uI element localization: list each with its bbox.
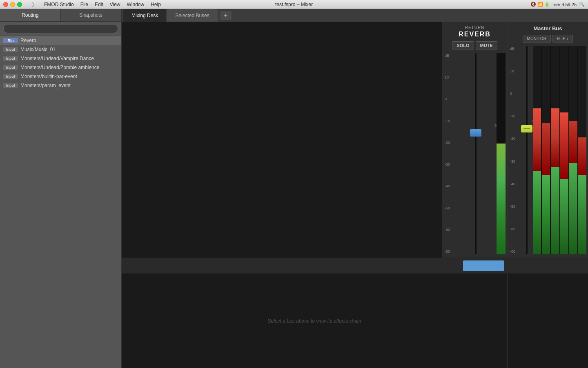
- master-meter-bar-4: [560, 46, 568, 254]
- menu-view[interactable]: View: [107, 0, 124, 9]
- search-wrapper: 🔍: [3, 24, 118, 33]
- effects-placeholder: Select a bus above to view its effects c…: [268, 318, 361, 324]
- flip-button[interactable]: FLIP ↕: [552, 35, 573, 43]
- master-meter-bar-5: [569, 46, 577, 254]
- master-meter-bar-2: [542, 46, 550, 254]
- master-fader-area: dB 10 0 -10 -20 -30 -40 -50 -60 -00: [509, 46, 586, 254]
- add-tab-button[interactable]: +: [220, 11, 232, 20]
- traffic-lights: [3, 0, 22, 9]
- main-tabs: Mixing Desk Selected Buses +: [122, 9, 588, 22]
- tab-mixing-desk[interactable]: Mixing Desk: [123, 9, 166, 22]
- sidebar-tab-snapshots[interactable]: Snapshots: [61, 9, 122, 21]
- master-meter-bar-3: [551, 46, 559, 254]
- minimize-button[interactable]: [10, 2, 15, 7]
- menu-window[interactable]: Window: [124, 0, 148, 9]
- sidebar-tabs: Routing Snapshots: [0, 9, 121, 22]
- effects-area: Select a bus above to view its effects c…: [122, 274, 588, 368]
- list-item[interactable]: Input Monsters/Undead/Vampire Dance: [0, 54, 121, 63]
- bottom-section: Select a bus above to view its effects c…: [122, 258, 588, 368]
- search-icon[interactable]: 🔍: [579, 2, 585, 7]
- reverb-fader[interactable]: 0: [455, 53, 496, 254]
- solo-button[interactable]: SOLO: [452, 41, 474, 49]
- meter-bar: [497, 53, 506, 254]
- list-item[interactable]: Input Monsters/param_event: [0, 81, 121, 90]
- item-label-music01: Music/Music_01: [20, 47, 56, 52]
- tab-selected-buses[interactable]: Selected Buses: [167, 9, 217, 22]
- master-bus-title: Master Bus: [509, 25, 586, 31]
- reverb-meter: [497, 53, 506, 254]
- clock: mer 9.59.25: [552, 2, 577, 7]
- system-icons: 🔇 📶 🔋: [530, 2, 550, 7]
- menu-edit[interactable]: Edit: [91, 0, 107, 9]
- reverb-return-label: Return: [465, 25, 485, 30]
- reverb-channel-name: REVERB: [459, 31, 491, 38]
- apple-logo: : [24, 1, 41, 8]
- badge-input: Input: [3, 47, 18, 52]
- main-panel: Mixing Desk Selected Buses + Return REVE…: [122, 9, 588, 368]
- db-scale: dB 10 0 -10 -20 -30 -40 -50 -60 -00: [444, 53, 455, 254]
- badge-input: Input: [3, 74, 18, 79]
- item-label-param: Monsters/param_event: [20, 83, 71, 88]
- solo-mute-row: SOLO MUTE: [452, 41, 497, 49]
- sidebar-tab-routing[interactable]: Routing: [0, 9, 61, 21]
- transport-bar: [122, 258, 588, 274]
- titlebar:  FMOD Studio File Edit View Window Help…: [0, 0, 588, 9]
- badge-input: Input: [3, 65, 18, 70]
- list-item[interactable]: Rtn Reverb: [0, 36, 121, 45]
- mixing-upper: Return REVERB SOLO MUTE dB 10: [122, 22, 588, 258]
- window-title: test.fspro – Mixer: [275, 2, 313, 7]
- master-fader-track: [526, 46, 528, 254]
- reverb-fader-meter: dB 10 0 -10 -20 -30 -40 -50 -60 -00: [444, 53, 506, 254]
- search-input[interactable]: [3, 24, 118, 33]
- master-bus-channel: Master Bus MONITOR FLIP ↕ dB 10 0: [507, 22, 588, 258]
- master-meter-bar-1: [533, 46, 541, 254]
- effects-chain: Select a bus above to view its effects c…: [122, 274, 507, 368]
- mute-button[interactable]: MUTE: [476, 41, 497, 49]
- maximize-button[interactable]: [17, 2, 22, 7]
- sidebar-search: 🔍: [0, 22, 121, 36]
- master-meter-bar-6: [578, 46, 586, 254]
- transport-highlight[interactable]: [463, 260, 504, 271]
- close-button[interactable]: [3, 2, 8, 7]
- item-label-vampire: Monsters/Undead/Vampire Dance: [20, 56, 94, 61]
- reverb-channel: Return REVERB SOLO MUTE dB 10: [442, 22, 507, 258]
- menu-fmod-studio[interactable]: FMOD Studio: [41, 0, 77, 9]
- master-fader-line: [523, 128, 530, 129]
- badge-input: Input: [3, 83, 18, 88]
- item-label-zombie: Monsters/Undead/Zombie ambience: [20, 65, 99, 70]
- menu-help[interactable]: Help: [147, 0, 164, 9]
- master-controls: MONITOR FLIP ↕: [509, 35, 586, 43]
- master-db-scale: dB 10 0 -10 -20 -30 -40 -50 -60 -00: [509, 46, 521, 254]
- list-item[interactable]: Input Music/Music_01: [0, 45, 121, 54]
- meter-fill: [497, 144, 506, 254]
- item-label-reverb: Reverb: [20, 38, 36, 43]
- menu-bar:  FMOD Studio File Edit View Window Help: [24, 0, 164, 9]
- fader-handle-blue[interactable]: [470, 129, 481, 137]
- master-fader-handle[interactable]: [521, 125, 532, 132]
- badge-input: Input: [3, 56, 18, 61]
- monitor-button[interactable]: MONITOR: [523, 35, 551, 43]
- list-item[interactable]: Input Monsters/Undead/Zombie ambience: [0, 63, 121, 72]
- master-effects-area: [507, 274, 588, 368]
- titlebar-right: 🔇 📶 🔋 mer 9.59.25 🔍: [530, 0, 585, 9]
- master-meter-bars: [533, 46, 586, 254]
- mixing-area: Return REVERB SOLO MUTE dB 10: [122, 22, 588, 368]
- badge-rtn: Rtn: [3, 38, 18, 43]
- sidebar-list: Rtn Reverb Input Music/Music_01 Input Mo…: [0, 36, 121, 368]
- item-label-builtin: Monsters/builtin-par-event: [20, 74, 77, 79]
- content-area: Routing Snapshots 🔍 Rtn Reverb Input Mu: [0, 9, 588, 368]
- fader-track: [475, 53, 477, 254]
- sidebar: Routing Snapshots 🔍 Rtn Reverb Input Mu: [0, 9, 122, 368]
- menu-file[interactable]: File: [77, 0, 91, 9]
- mixing-canvas: [122, 22, 442, 258]
- master-fader[interactable]: 0: [521, 46, 533, 254]
- list-item[interactable]: Input Monsters/builtin-par-event: [0, 72, 121, 81]
- app-window: Routing Snapshots 🔍 Rtn Reverb Input Mu: [0, 9, 588, 368]
- fader-handle-line: [472, 133, 479, 133]
